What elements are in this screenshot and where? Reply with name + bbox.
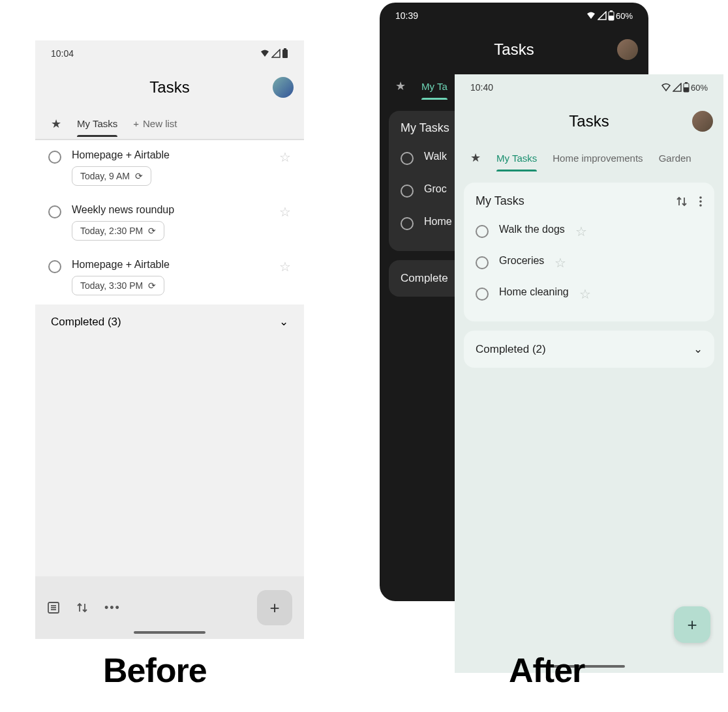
task-item[interactable]: Walk the dogs ☆ [476, 216, 703, 247]
before-label: Before [103, 651, 207, 690]
star-icon[interactable]: ☆ [279, 259, 291, 274]
bottom-bar: ••• + [35, 576, 304, 639]
app-header: Tasks [35, 67, 304, 108]
checkbox-circle[interactable] [401, 152, 414, 165]
repeat-icon: ⟳ [148, 226, 156, 236]
star-icon[interactable]: ☆ [279, 204, 291, 220]
task-content: Homepage + Airtable Today, 3:30 PM⟳ [72, 259, 269, 295]
nav-pill[interactable] [134, 631, 205, 634]
more-icon[interactable] [699, 195, 703, 208]
clock: 10:04 [51, 48, 74, 59]
svg-rect-1 [284, 48, 286, 50]
star-icon[interactable]: ☆ [579, 286, 591, 302]
task-content: Weekly news roundup Today, 2:30 PM⟳ [72, 204, 269, 241]
checkbox-circle[interactable] [401, 185, 414, 198]
page-title: Tasks [149, 78, 189, 96]
svg-rect-10 [684, 87, 689, 92]
bottom-actions: ••• [47, 601, 121, 615]
plus-icon: + [133, 118, 139, 129]
svg-point-13 [699, 200, 702, 203]
wifi-icon [661, 83, 671, 92]
avatar[interactable] [617, 39, 638, 60]
completed-label: Completed (2) [476, 343, 546, 356]
more-icon[interactable]: ••• [104, 601, 121, 615]
task-item[interactable]: Homepage + Airtable Today, 9 AM⟳ ☆ [35, 140, 304, 195]
task-title: Weekly news roundup [72, 204, 269, 216]
chevron-down-icon: ⌄ [279, 315, 288, 329]
plus-icon: + [687, 615, 697, 635]
svg-point-12 [699, 196, 702, 199]
tab-home-improvements[interactable]: Home improvements [553, 145, 643, 171]
app-header: Tasks [380, 29, 648, 70]
battery-icon [608, 10, 614, 21]
signal-icon [673, 83, 682, 92]
signal-icon [598, 11, 607, 20]
svg-rect-8 [610, 10, 613, 12]
completed-section[interactable]: Completed (2) ⌄ [464, 331, 714, 368]
star-icon[interactable]: ☆ [575, 224, 587, 239]
task-title: Groceries [499, 255, 544, 267]
signal-icon [271, 49, 281, 58]
status-icons [260, 48, 288, 59]
task-item[interactable]: Groceries ☆ [476, 247, 703, 278]
svg-rect-7 [609, 16, 614, 20]
status-icons: 60% [586, 10, 633, 21]
star-tab[interactable]: ★ [51, 117, 61, 131]
checkbox-circle[interactable] [476, 225, 489, 238]
date-chip[interactable]: Today, 2:30 PM⟳ [72, 221, 164, 241]
page-title: Tasks [494, 40, 534, 59]
avatar[interactable] [692, 111, 713, 132]
checkbox-circle[interactable] [401, 217, 414, 230]
phone-after: 10:40 60% Tasks ★ My Tasks Home improvem… [455, 74, 723, 673]
sort-icon[interactable] [76, 601, 89, 614]
svg-rect-0 [282, 50, 288, 58]
checkbox-circle[interactable] [48, 260, 61, 273]
star-tab[interactable]: ★ [470, 151, 481, 165]
tab-my-tasks[interactable]: My Tasks [77, 110, 117, 137]
avatar[interactable] [273, 77, 294, 98]
app-header: Tasks [455, 100, 723, 142]
completed-section[interactable]: Completed (3) ⌄ [35, 304, 304, 339]
tab-my-tasks[interactable]: My Tasks [496, 145, 537, 171]
checkbox-circle[interactable] [48, 151, 61, 164]
task-title: Walk the dogs [499, 224, 565, 235]
date-chip[interactable]: Today, 3:30 PM⟳ [72, 276, 164, 295]
phone-before: 10:04 Tasks ★ My Tasks +New list Homepag… [35, 40, 304, 639]
task-content: Homepage + Airtable Today, 9 AM⟳ [72, 149, 269, 186]
task-item[interactable]: Home cleaning ☆ [476, 278, 703, 310]
star-icon[interactable]: ☆ [554, 255, 566, 271]
task-title: Walk [424, 151, 447, 162]
card-header: My Tasks [476, 194, 703, 208]
task-card: My Tasks Walk the dogs ☆ Groceries ☆ Hom… [464, 183, 714, 321]
task-title: Homepage + Airtable [72, 259, 269, 271]
checkbox-circle[interactable] [476, 288, 489, 301]
task-title: Homepage + Airtable [72, 149, 269, 161]
card-actions [675, 195, 703, 208]
checkbox-circle[interactable] [48, 205, 61, 218]
page-title: Tasks [569, 112, 609, 130]
tab-my-tasks[interactable]: My Ta [421, 73, 447, 100]
date-chip[interactable]: Today, 9 AM⟳ [72, 166, 151, 186]
add-button[interactable]: + [257, 590, 292, 625]
wifi-icon [586, 11, 596, 20]
clock: 10:40 [470, 82, 493, 93]
repeat-icon: ⟳ [135, 171, 143, 181]
task-title: Home [424, 216, 452, 228]
task-item[interactable]: Weekly news roundup Today, 2:30 PM⟳ ☆ [35, 195, 304, 250]
tab-garden[interactable]: Garden [659, 145, 691, 171]
checkbox-circle[interactable] [476, 256, 489, 269]
repeat-icon: ⟳ [148, 280, 156, 291]
list-icon[interactable] [47, 601, 60, 614]
tab-new-list[interactable]: +New list [133, 118, 177, 129]
svg-point-14 [699, 204, 702, 207]
after-label: After [509, 651, 584, 690]
task-item[interactable]: Homepage + Airtable Today, 3:30 PM⟳ ☆ [35, 250, 304, 304]
svg-rect-11 [685, 82, 688, 83]
star-icon[interactable]: ☆ [279, 149, 291, 165]
star-tab[interactable]: ★ [395, 79, 406, 93]
clock: 10:39 [395, 10, 418, 21]
task-title: Home cleaning [499, 286, 569, 298]
add-button[interactable]: + [674, 606, 710, 643]
status-bar: 10:39 60% [380, 3, 648, 29]
sort-icon[interactable] [675, 195, 688, 208]
